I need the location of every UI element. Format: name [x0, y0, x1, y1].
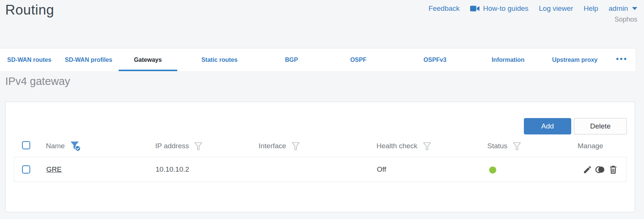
row-checkbox[interactable] [22, 165, 30, 174]
tab-sdwan-routes[interactable]: SD-WAN routes [0, 48, 59, 71]
column-interface: Interface [259, 139, 300, 153]
help-label: Help [584, 4, 598, 13]
delete-button[interactable]: Delete [574, 118, 627, 134]
log-viewer-label: Log viewer [539, 4, 573, 13]
tab-bar: SD-WAN routes SD-WAN profiles Gateways S… [0, 48, 636, 71]
filter-icon[interactable] [291, 142, 300, 151]
column-label-status: Status [487, 142, 507, 150]
help-link[interactable]: Help [584, 4, 598, 13]
tab-information[interactable]: Information [474, 48, 542, 71]
tab-label: Gateways [134, 57, 162, 63]
admin-menu[interactable]: admin [609, 4, 637, 13]
brand-label: Sophos [428, 16, 637, 23]
gateway-name-link[interactable]: GRE [46, 157, 62, 182]
column-label-ip-address: IP address [155, 142, 189, 150]
column-label-manage: Manage [578, 142, 603, 150]
tab-label: BGP [285, 57, 298, 63]
filter-icon[interactable] [512, 142, 522, 151]
page-title: Routing [5, 2, 54, 18]
column-label-name: Name [46, 142, 65, 150]
howto-guides-label: How-to guides [483, 4, 528, 13]
column-manage: Manage [578, 139, 603, 153]
column-status: Status [487, 139, 522, 153]
column-label-health-check: Health check [376, 142, 418, 150]
ip-address-cell: 10.10.10.2 [156, 157, 189, 182]
column-health-check: Health check [376, 139, 432, 153]
more-tabs-button[interactable]: ••• [608, 48, 636, 71]
log-viewer-link[interactable]: Log viewer [539, 4, 573, 13]
tab-static-routes[interactable]: Static routes [177, 48, 262, 71]
caret-down-icon [632, 7, 637, 10]
filter-active-icon[interactable] [70, 141, 81, 151]
table-row: GRE 10.10.10.2 Off [14, 157, 626, 182]
ellipsis-icon: ••• [616, 54, 628, 63]
filter-icon[interactable] [194, 142, 203, 151]
tab-sdwan-profiles[interactable]: SD-WAN profiles [59, 48, 119, 71]
gateway-panel: Add Delete Name IP address [5, 102, 635, 212]
select-all-checkbox[interactable] [22, 141, 30, 149]
tab-label: SD-WAN routes [7, 57, 51, 63]
delete-icon[interactable] [609, 165, 618, 174]
table-header: Name IP address Interface [6, 139, 635, 153]
status-dot [489, 166, 496, 174]
feedback-label: Feedback [428, 4, 459, 13]
tab-ospf[interactable]: OSPF [321, 48, 396, 71]
clone-icon[interactable] [595, 165, 606, 174]
tab-label: SD-WAN profiles [65, 57, 112, 63]
edit-icon[interactable] [583, 165, 592, 174]
column-name: Name [46, 139, 81, 153]
tab-bgp[interactable]: BGP [262, 48, 321, 71]
tab-gateways[interactable]: Gateways [119, 48, 177, 71]
filter-icon[interactable] [422, 142, 432, 151]
section-heading: IPv4 gateway [5, 75, 70, 88]
routing-page: Routing Feedback How-to guides Log viewe… [0, 0, 644, 219]
howto-guides-link[interactable]: How-to guides [470, 4, 528, 13]
tab-label: OSPF [350, 57, 367, 63]
tab-label: OSPFv3 [423, 57, 446, 63]
tab-label: Information [492, 57, 525, 63]
column-label-interface: Interface [259, 142, 286, 150]
tab-ospfv3[interactable]: OSPFv3 [396, 48, 474, 71]
add-button[interactable]: Add [524, 118, 571, 134]
manage-cell [583, 157, 618, 182]
health-check-cell: Off [377, 157, 386, 182]
header-right: Feedback How-to guides Log viewer Help a… [428, 4, 637, 23]
admin-label: admin [609, 4, 628, 13]
column-ip-address: IP address [155, 139, 203, 153]
feedback-link[interactable]: Feedback [428, 4, 459, 13]
tab-label: Upstream proxy [552, 57, 598, 63]
header-links: Feedback How-to guides Log viewer Help a… [428, 4, 637, 13]
tab-label: Static routes [201, 57, 238, 63]
tab-upstream-proxy[interactable]: Upstream proxy [542, 48, 608, 71]
video-camera-icon [470, 5, 480, 12]
